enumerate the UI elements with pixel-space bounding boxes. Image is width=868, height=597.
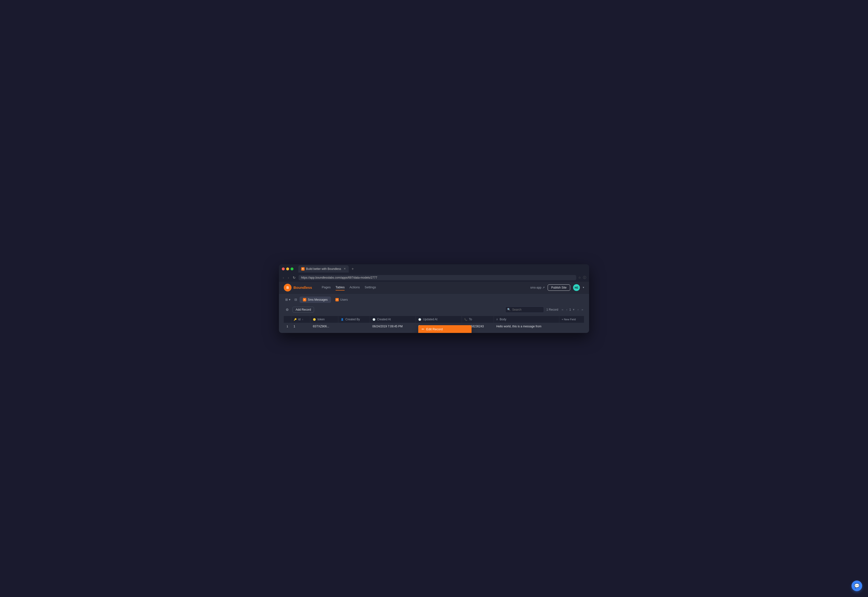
layers-icon-btn[interactable]: ⊞ ▾ [284,297,292,302]
tab-sms-messages[interactable]: ⊞ Sms Messages [299,297,331,303]
cell-new-field [559,323,584,330]
col-header-to[interactable]: 📞 To [462,316,494,323]
new-tab-button[interactable]: + [350,266,356,272]
col-body-icon: A [496,318,498,321]
tab-title: Build better with Boundless [306,267,341,270]
cell-token: 6STXZ906... [310,323,338,330]
col-header-created-by[interactable]: 👤 Created By [338,316,370,323]
sort-icon: ↑ [302,318,304,321]
col-id-icon: 🔑 [294,318,296,321]
table-header-row: 🔑 id ↑ 🪙 token 👤 Created By [284,316,584,323]
sms-app-link[interactable]: sms-app ↗ [530,286,545,289]
user-dropdown-arrow[interactable]: ▾ [583,286,584,289]
toolbar-left: ⚙ Add Record [284,306,314,313]
col-updatedat-icon: 🕐 [418,318,421,321]
user-avatar[interactable]: NE [573,284,580,291]
settings-button[interactable]: ⚙ [284,306,290,313]
col-header-body[interactable]: A Body [494,316,559,323]
edit-icon: ✏ [422,327,424,331]
search-icon: 🔍 [507,308,511,311]
tab-users[interactable]: ⊞ Users [332,297,351,303]
tab-users-label: Users [340,298,348,301]
toolbar: ⚙ Add Record 🔍 1 Record « ‹ 1 ▾ › » [284,305,584,314]
col-createdat-icon: 🕐 [372,318,375,321]
page-dropdown-arrow[interactable]: ▾ [572,307,576,312]
chat-bubble-button[interactable]: 💬 [852,581,862,591]
nav-items: Pages Tables Actions Settings [322,284,376,291]
col-header-token[interactable]: 🪙 token [310,316,338,323]
forward-button[interactable]: › [287,275,290,280]
ctx-edit-record[interactable]: ✏ Edit Record [418,325,471,333]
publish-button[interactable]: Publish Site [548,284,570,291]
close-button[interactable] [282,267,285,270]
cell-body: Hello world, this is a message from [494,323,559,330]
cell-created-at: 06/24/2019 7:09:45 PM [370,323,416,330]
nav-pages[interactable]: Pages [322,284,331,291]
back-button[interactable]: ‹ [282,275,285,280]
cell-id: 1 [291,323,310,330]
tab-close-button[interactable]: ✕ [344,267,346,270]
nav-actions[interactable]: Actions [350,284,360,291]
col-to-icon: 📞 [464,318,467,321]
browser-tab-bar: B Build better with Boundless ✕ + [298,265,356,273]
col-createdby-icon: 👤 [341,318,344,321]
info-icon[interactable]: ⓘ [583,275,586,280]
addressbar: ‹ › ↻ ☆ ⓘ [279,273,589,282]
table-tabs: ⊞ ▾ ⊟ ⊞ Sms Messages ⊞ Users [284,297,584,303]
first-page-button[interactable]: « [561,307,564,312]
row-number: 1 [284,323,291,330]
brand-name: Boundless [293,285,312,290]
col-header-id[interactable]: 🔑 id ↑ [291,316,310,323]
nav-right: sms-app ↗ Publish Site NE ▾ [530,284,584,291]
search-input[interactable] [505,306,544,313]
filter-icon: ⊟ [295,298,297,301]
bookmark-icon[interactable]: ☆ [578,276,581,279]
pagination: « ‹ 1 ▾ › » [561,307,584,312]
url-input[interactable] [299,275,576,280]
sms-tab-icon: ⊞ [303,298,306,301]
traffic-lights [282,267,293,270]
col-row-num [284,316,291,323]
next-page-button[interactable]: › [576,307,579,312]
search-wrapper: 🔍 [505,306,544,313]
users-tab-icon: ⊞ [335,298,339,301]
table-area: ⊞ ▾ ⊟ ⊞ Sms Messages ⊞ Users ⚙ Add Recor… [279,294,589,333]
tab-sms-label: Sms Messages [308,298,327,301]
last-page-button[interactable]: » [581,307,584,312]
app-nav: B Boundless Pages Tables Actions Setting… [279,282,589,294]
col-header-new-field[interactable]: + New Field [559,316,584,323]
table-container: 🔑 id ↑ 🪙 token 👤 Created By [284,316,584,330]
cell-created-by [338,323,370,330]
titlebar: B Build better with Boundless ✕ + [279,264,589,273]
filter-btn[interactable]: ⊟ [293,297,299,302]
browser-tab[interactable]: B Build better with Boundless ✕ [298,265,349,273]
prev-page-button[interactable]: ‹ [565,307,568,312]
layers-icon: ⊞ [285,298,288,301]
context-menu-popup: ✏ Edit Record ↔ Action History RECORD PA… [418,325,471,333]
nav-settings[interactable]: Settings [365,284,376,291]
brand: B Boundless [284,284,312,291]
minimize-button[interactable] [286,267,289,270]
page-number: 1 [569,308,571,311]
record-count: 1 Record [547,308,558,311]
tab-favicon: B [301,267,305,270]
maximize-button[interactable] [290,267,293,270]
col-token-icon: 🪙 [313,318,316,321]
chat-icon: 💬 [854,583,859,588]
toolbar-right: 🔍 1 Record « ‹ 1 ▾ › » [505,306,584,313]
reload-button[interactable]: ↻ [292,275,296,280]
add-record-button[interactable]: Add Record [292,307,314,313]
col-header-created-at[interactable]: 🕐 Created At [370,316,416,323]
brand-logo: B [284,284,292,291]
nav-tables[interactable]: Tables [336,284,345,291]
layers-dropdown-arrow: ▾ [289,298,290,301]
col-header-updated-at[interactable]: 🕐 Updated At [416,316,462,323]
